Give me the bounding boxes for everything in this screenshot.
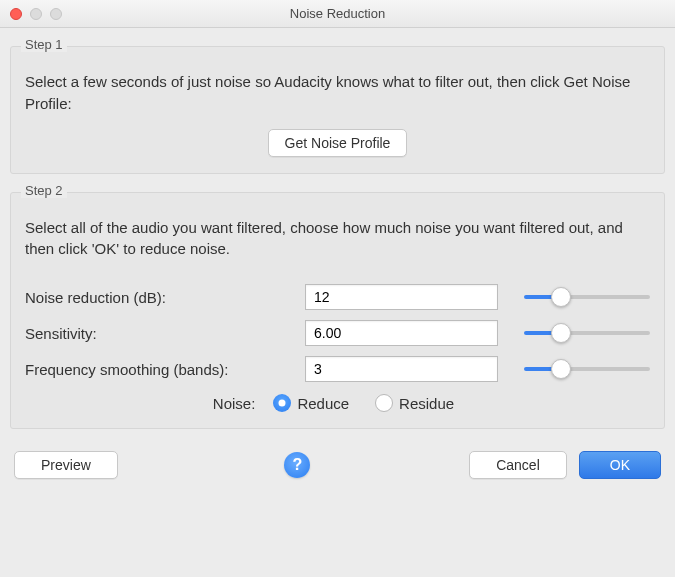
frequency-smoothing-input[interactable]: [305, 356, 498, 382]
traffic-lights: [0, 8, 62, 20]
cancel-button[interactable]: Cancel: [469, 451, 567, 479]
step2-label: Step 2: [21, 183, 67, 198]
sensitivity-label: Sensitivity:: [25, 325, 295, 342]
get-noise-profile-button[interactable]: Get Noise Profile: [268, 129, 408, 157]
ok-button[interactable]: OK: [579, 451, 661, 479]
step2-group: Step 2 Select all of the audio you want …: [10, 192, 665, 430]
sensitivity-row: Sensitivity:: [25, 320, 650, 346]
step1-label: Step 1: [21, 37, 67, 52]
minimize-window-button: [30, 8, 42, 20]
zoom-window-button: [50, 8, 62, 20]
titlebar: Noise Reduction: [0, 0, 675, 28]
step1-group: Step 1 Select a few seconds of just nois…: [10, 46, 665, 174]
reduce-radio[interactable]: Reduce: [273, 394, 349, 412]
noise-label: Noise:: [213, 395, 256, 412]
noise-radio-row: Noise: Reduce Residue: [25, 394, 650, 412]
noise-reduction-slider[interactable]: [524, 295, 650, 299]
radio-unchecked-icon: [375, 394, 393, 412]
sensitivity-slider[interactable]: [524, 331, 650, 335]
help-icon[interactable]: ?: [284, 452, 310, 478]
residue-radio[interactable]: Residue: [375, 394, 454, 412]
frequency-smoothing-slider[interactable]: [524, 367, 650, 371]
sensitivity-input[interactable]: [305, 320, 498, 346]
footer: Preview ? Cancel OK: [0, 429, 675, 493]
step1-text: Select a few seconds of just noise so Au…: [25, 71, 650, 115]
noise-reduction-label: Noise reduction (dB):: [25, 289, 295, 306]
reduce-radio-label: Reduce: [297, 395, 349, 412]
close-window-button[interactable]: [10, 8, 22, 20]
noise-reduction-row: Noise reduction (dB):: [25, 284, 650, 310]
frequency-smoothing-row: Frequency smoothing (bands):: [25, 356, 650, 382]
noise-reduction-input[interactable]: [305, 284, 498, 310]
window-title: Noise Reduction: [0, 6, 675, 21]
preview-button[interactable]: Preview: [14, 451, 118, 479]
step2-text: Select all of the audio you want filtere…: [25, 217, 650, 261]
frequency-smoothing-label: Frequency smoothing (bands):: [25, 361, 295, 378]
radio-checked-icon: [273, 394, 291, 412]
residue-radio-label: Residue: [399, 395, 454, 412]
